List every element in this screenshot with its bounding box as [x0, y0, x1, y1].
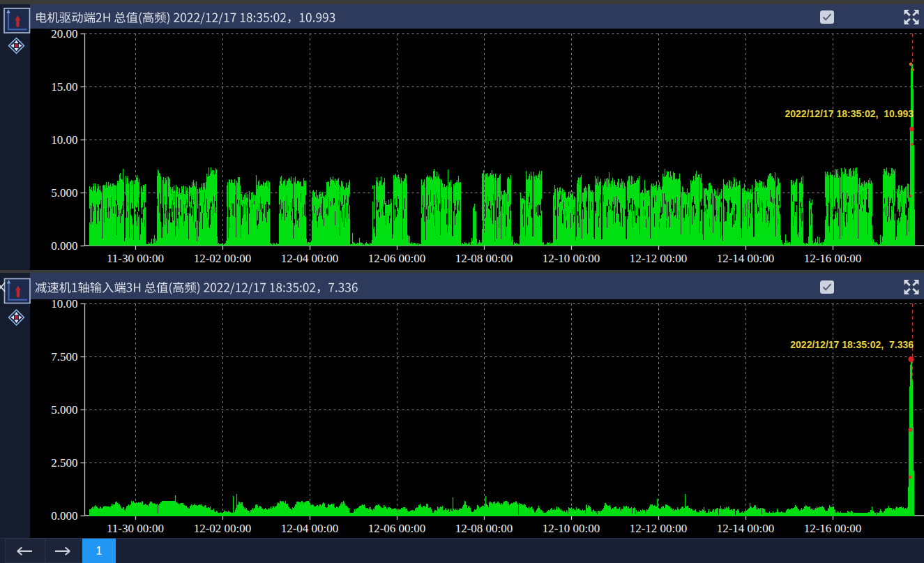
- svg-text:2.500: 2.500: [51, 456, 77, 470]
- svg-text:7.500: 7.500: [51, 350, 77, 363]
- svg-text:12-02 00:00: 12-02 00:00: [194, 252, 252, 265]
- svg-text:11-30 00:00: 11-30 00:00: [107, 252, 164, 265]
- svg-text:12-14 00:00: 12-14 00:00: [717, 252, 775, 265]
- svg-text:0.000: 0.000: [51, 509, 77, 523]
- svg-text:12-08 00:00: 12-08 00:00: [455, 252, 513, 265]
- svg-text:12-02 00:00: 12-02 00:00: [194, 522, 252, 535]
- svg-text:15.00: 15.00: [51, 80, 77, 93]
- svg-text:12-10 00:00: 12-10 00:00: [543, 252, 600, 265]
- svg-text:12-06 00:00: 12-06 00:00: [368, 522, 426, 535]
- svg-text:0.000: 0.000: [51, 239, 77, 253]
- svg-text:1: 1: [96, 545, 103, 557]
- svg-text:20.00: 20.00: [51, 27, 77, 40]
- svg-text:12-14 00:00: 12-14 00:00: [717, 522, 775, 535]
- svg-text:12-04 00:00: 12-04 00:00: [281, 522, 339, 535]
- svg-text:5.000: 5.000: [51, 403, 77, 416]
- svg-text:11-30 00:00: 11-30 00:00: [107, 522, 164, 535]
- svg-text:12-06 00:00: 12-06 00:00: [368, 252, 426, 265]
- svg-text:10.00: 10.00: [51, 297, 77, 310]
- svg-text:5.000: 5.000: [51, 186, 77, 200]
- svg-text:2022/12/17 18:35:02, 10.993: 2022/12/17 18:35:02, 10.993: [785, 108, 914, 119]
- svg-text:12-10 00:00: 12-10 00:00: [543, 522, 600, 535]
- svg-text:12-12 00:00: 12-12 00:00: [630, 522, 688, 535]
- svg-text:12-16 00:00: 12-16 00:00: [804, 252, 862, 265]
- svg-text:12-12 00:00: 12-12 00:00: [630, 252, 688, 265]
- svg-text:12-16 00:00: 12-16 00:00: [804, 522, 862, 535]
- svg-text:10.00: 10.00: [51, 133, 77, 147]
- svg-text:2022/12/17 18:35:02, 7.336: 2022/12/17 18:35:02, 7.336: [790, 339, 914, 350]
- svg-text:12-08 00:00: 12-08 00:00: [455, 522, 513, 535]
- svg-text:12-04 00:00: 12-04 00:00: [281, 252, 339, 265]
